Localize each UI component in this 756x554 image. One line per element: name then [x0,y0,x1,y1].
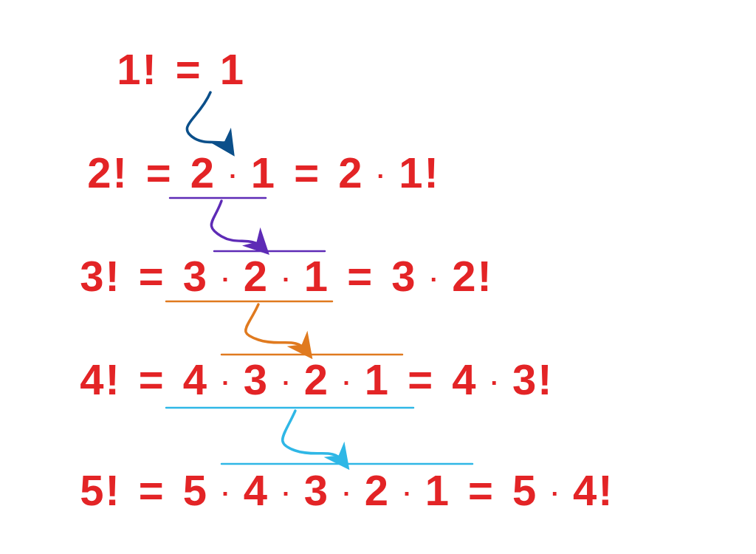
expansion-2: 2 · 1 [190,148,276,197]
arrow-4-to-5 [283,411,343,462]
expansion-4: 4 · 3 · 2 · 1 [183,355,390,404]
recursive-3-head: 3 [391,252,416,300]
equals-icon: = [134,252,170,300]
lhs-4: 4! [80,355,121,403]
recursive-4-head: 4 [452,355,477,403]
expansion-5: 5 · 4 · 3 · 2 · 1 [183,465,450,515]
expansion-3: 3 · 2 · 1 [183,251,329,301]
equals-icon: = [142,148,177,196]
equals-icon: = [134,355,170,403]
factorial-diagram: 1! = 1 2! = 2 · 1 = 2 · 1! 3! = 3 · 2 · … [0,0,756,554]
arrow-3-to-4 [246,304,306,351]
equals-icon: = [134,466,170,514]
arrow-2-to-3 [211,201,262,247]
equals-icon: = [403,355,439,403]
lhs-3: 3! [80,252,121,300]
equals-icon: = [343,252,378,300]
lhs-1: 1! [117,45,158,93]
expansion-1: 1 [220,45,245,93]
equals-icon: = [289,148,325,196]
recursive-2-tail: 1! [399,148,440,196]
recursive-3-tail: 2! [452,252,493,300]
arrow-1-to-2 [187,92,229,148]
recursive-2-head: 2 [338,148,363,196]
recursive-5-tail: 4! [573,466,614,514]
equals-icon: = [171,45,207,93]
recursive-5-head: 5 [512,466,537,514]
equals-icon: = [464,466,499,514]
recursive-4-tail: 3! [512,355,554,403]
lhs-5: 5! [80,466,121,514]
lhs-2: 2! [87,148,128,196]
